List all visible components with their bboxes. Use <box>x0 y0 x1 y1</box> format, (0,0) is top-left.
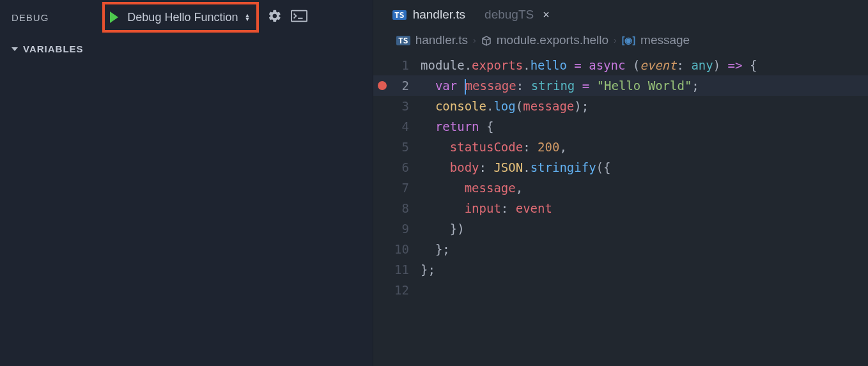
editor-area: TS handler.ts debugTS × TS handler.ts › … <box>373 0 868 366</box>
code-content[interactable]: }) <box>421 218 465 239</box>
code-content[interactable]: module.exports.hello = async (event: any… <box>421 55 757 75</box>
breadcrumb-item[interactable]: handler.ts <box>415 33 468 47</box>
code-line[interactable]: 5 statusCode: 200, <box>373 137 868 157</box>
chevron-down-icon <box>12 47 18 51</box>
debug-title: DEBUG <box>12 12 49 23</box>
ts-badge-icon: TS <box>392 10 407 20</box>
chevron-updown-icon: ▲▼ <box>244 13 250 21</box>
breakpoint-gutter[interactable] <box>373 198 391 218</box>
start-debug-icon[interactable] <box>110 11 118 23</box>
code-line[interactable]: 10 }; <box>373 239 868 259</box>
breakpoint-gutter[interactable] <box>373 259 391 280</box>
line-number: 5 <box>391 137 421 157</box>
line-number: 6 <box>391 157 421 178</box>
line-number: 7 <box>391 178 421 198</box>
breadcrumbs[interactable]: TS handler.ts › module.exports.hello › [… <box>373 29 868 55</box>
line-number: 11 <box>391 259 421 280</box>
breakpoint-gutter[interactable] <box>373 116 391 137</box>
svg-rect-0 <box>291 11 307 22</box>
tab-handler-ts[interactable]: TS handler.ts <box>386 3 472 27</box>
debug-console-icon[interactable] <box>291 10 307 25</box>
close-icon[interactable]: × <box>540 8 552 22</box>
ts-badge-icon: TS <box>396 36 410 45</box>
breakpoint-gutter[interactable] <box>373 157 391 178</box>
line-number: 8 <box>391 198 421 218</box>
code-line[interactable]: 3 console.log(message); <box>373 96 868 116</box>
line-number: 10 <box>391 239 421 259</box>
code-content[interactable]: statusCode: 200, <box>421 137 567 157</box>
debug-config-name: Debug Hello Function <box>127 11 238 24</box>
debug-sidebar: DEBUG Debug Hello Function ▲▼ VARIABLES <box>0 0 373 366</box>
tab-debug-ts[interactable]: debugTS × <box>478 3 559 27</box>
breakpoint-gutter[interactable] <box>373 137 391 157</box>
breakpoint-gutter[interactable] <box>373 55 391 75</box>
line-number: 4 <box>391 116 421 137</box>
code-line[interactable]: 7 message, <box>373 178 868 198</box>
chevron-right-icon: › <box>473 35 476 45</box>
code-line[interactable]: 12 <box>373 280 868 300</box>
code-content[interactable]: }; <box>421 239 450 259</box>
tab-label: handler.ts <box>413 8 465 22</box>
variables-label: VARIABLES <box>23 43 84 54</box>
code-content[interactable]: console.log(message); <box>421 96 589 116</box>
code-content[interactable]: }; <box>421 259 435 280</box>
breadcrumb-item[interactable]: module.exports.hello <box>497 33 608 47</box>
line-number: 12 <box>391 280 421 300</box>
code-line[interactable]: 6 body: JSON.stringify({ <box>373 157 868 178</box>
breakpoint-gutter[interactable] <box>373 178 391 198</box>
breadcrumb-item[interactable]: message <box>640 33 690 47</box>
breakpoint-gutter[interactable] <box>373 239 391 259</box>
code-line[interactable]: 8 input: event <box>373 198 868 218</box>
debug-config-highlight: Debug Hello Function ▲▼ <box>102 2 259 33</box>
breakpoint-gutter[interactable] <box>373 280 391 300</box>
breakpoint-gutter[interactable] <box>373 218 391 239</box>
code-line[interactable]: 9 }) <box>373 218 868 239</box>
debug-config-select[interactable]: Debug Hello Function ▲▼ <box>127 11 250 24</box>
code-line[interactable]: 2 var message: string = "Hello World"; <box>373 75 868 96</box>
code-content[interactable]: input: event <box>421 198 552 218</box>
module-icon <box>481 35 492 45</box>
breakpoint-gutter[interactable] <box>373 75 391 96</box>
code-content[interactable]: return { <box>421 116 493 137</box>
editor-tabs: TS handler.ts debugTS × <box>373 0 868 29</box>
tab-label: debugTS <box>484 8 534 22</box>
code-content[interactable]: message, <box>421 178 523 198</box>
breakpoint-icon[interactable] <box>378 81 387 90</box>
chevron-right-icon: › <box>614 35 617 45</box>
variables-section[interactable]: VARIABLES <box>0 34 373 63</box>
code-content[interactable]: body: JSON.stringify({ <box>421 157 610 178</box>
line-number: 3 <box>391 96 421 116</box>
gear-icon[interactable] <box>268 9 282 26</box>
line-number: 9 <box>391 218 421 239</box>
line-number: 1 <box>391 55 421 75</box>
breakpoint-gutter[interactable] <box>373 96 391 116</box>
line-number: 2 <box>391 75 421 96</box>
variable-icon: [◉] <box>622 35 635 45</box>
code-editor[interactable]: 1module.exports.hello = async (event: an… <box>373 55 868 366</box>
code-line[interactable]: 11}; <box>373 259 868 280</box>
code-content[interactable]: var message: string = "Hello World"; <box>421 75 699 96</box>
code-line[interactable]: 1module.exports.hello = async (event: an… <box>373 55 868 75</box>
debug-header: DEBUG Debug Hello Function ▲▼ <box>0 0 373 34</box>
code-line[interactable]: 4 return { <box>373 116 868 137</box>
